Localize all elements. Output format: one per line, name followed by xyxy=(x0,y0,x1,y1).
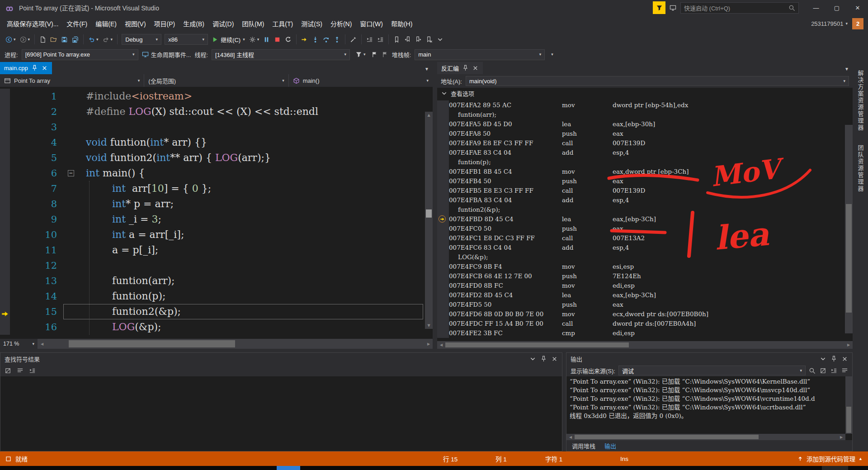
project-dropdown[interactable]: Point To array ▾ xyxy=(0,74,144,87)
side-tab-team-explorer[interactable]: 团队资源管理器 xyxy=(856,145,865,192)
scroll-left-icon[interactable]: ◀ xyxy=(437,341,445,349)
clear-all-icon[interactable] xyxy=(820,367,826,374)
menu-item-4[interactable]: 项目(P) xyxy=(150,16,179,31)
address-combobox[interactable]: main(void)▾ xyxy=(466,76,849,86)
document-list-dropdown-icon[interactable]: ▼ xyxy=(844,66,853,74)
glyph-margin[interactable] xyxy=(0,319,10,335)
menu-item-3[interactable]: 视图(V) xyxy=(121,16,150,31)
disasm-row-007E4FCB[interactable]: 007E4FCB 68 4E 12 7E 00push7E124Eh xyxy=(437,271,853,281)
add-to-source-control-button[interactable]: 添加到源代码管理 ▲ xyxy=(797,454,863,463)
collapse-icon[interactable]: − xyxy=(68,170,74,176)
disasm-row-007E4FC9[interactable]: 007E4FC9 8B F4movesi,esp xyxy=(437,262,853,271)
glyph-margin[interactable] xyxy=(0,289,10,304)
bottom-tab-output[interactable]: 输出 xyxy=(604,442,616,450)
redo-button[interactable]: ▾ xyxy=(101,35,115,44)
solution-configurations-combobox[interactable]: Debug▾ xyxy=(122,34,161,45)
account-menu[interactable]: 2531179501 ▾ xyxy=(811,20,848,27)
find-message-icon[interactable] xyxy=(809,367,816,374)
close-icon[interactable] xyxy=(472,65,479,71)
tab-disassembly[interactable]: 反汇编 xyxy=(437,62,483,74)
disasm-row-007E4FD0[interactable]: 007E4FD0 8B FCmovedi,esp xyxy=(437,281,853,290)
word-wrap-icon[interactable] xyxy=(830,367,837,374)
disasm-row-007E4FA8[interactable]: 007E4FA8 50pusheax xyxy=(437,129,853,138)
menu-item-12[interactable]: 帮助(H) xyxy=(387,16,416,31)
menu-item-10[interactable]: 分析(N) xyxy=(326,16,356,31)
disasm-row-007E4FA5[interactable]: 007E4FA5 8D 45 D0leaeax,[ebp-30h] xyxy=(437,119,853,129)
glyph-margin[interactable] xyxy=(0,273,10,289)
fold-margin[interactable] xyxy=(63,289,80,304)
restart-button[interactable] xyxy=(283,35,293,44)
minimize-button[interactable]: — xyxy=(806,0,826,15)
scrollbar-track[interactable] xyxy=(575,434,837,440)
scroll-left-icon[interactable]: ◀ xyxy=(566,434,575,440)
glyph-margin[interactable] xyxy=(0,242,10,258)
outdent-button[interactable] xyxy=(364,35,375,44)
maximize-button[interactable]: ▢ xyxy=(826,0,847,15)
menu-item-9[interactable]: 测试(S) xyxy=(297,16,326,31)
bookmark-next-button[interactable] xyxy=(413,35,424,44)
step-out-button[interactable] xyxy=(332,35,342,44)
code-editor[interactable]: 1#include<iostream>2#define LOG(X) std::… xyxy=(0,87,433,339)
feedback-button[interactable] xyxy=(653,1,665,14)
code-line-12[interactable]: 12 xyxy=(0,258,433,273)
code-line-15[interactable]: 15funtion2(&p); xyxy=(0,304,433,319)
undo-button[interactable]: ▾ xyxy=(86,35,100,44)
taskbar-active-app[interactable] xyxy=(277,466,300,470)
bottom-tab-callstack[interactable]: 调用堆栈 xyxy=(572,442,595,450)
fold-margin[interactable] xyxy=(63,304,80,319)
remote-connection-icon[interactable] xyxy=(670,5,676,11)
code-line-16[interactable]: 16LOG(&p); xyxy=(0,319,433,335)
code-line-2[interactable]: 2#define LOG(X) std::cout << (X) << std:… xyxy=(0,104,433,119)
fold-margin[interactable] xyxy=(63,227,80,242)
glyph-margin[interactable] xyxy=(0,150,10,166)
disassembly-listing[interactable]: 007E4FA2 89 55 ACmovdword ptr [ebp-54h],… xyxy=(437,99,853,341)
close-icon[interactable] xyxy=(841,356,848,362)
fold-margin[interactable] xyxy=(63,104,80,119)
code-line-4[interactable]: 4void funtion(int* arr) {} xyxy=(0,135,433,150)
glyph-margin[interactable] xyxy=(0,196,10,212)
chev-down-button[interactable] xyxy=(435,35,445,44)
step-over-button[interactable] xyxy=(321,35,331,44)
toolbar-overflow-icon[interactable]: ▾ xyxy=(551,52,553,57)
quick-launch-search[interactable]: 快速启动 (Ctrl+Q) xyxy=(680,2,799,14)
flag-just-my-code-icon[interactable] xyxy=(382,51,388,58)
disasm-row-007E4FD6[interactable]: 007E4FD6 8B 0D B0 B0 7E 00movecx,dword p… xyxy=(437,309,853,319)
scroll-right-icon[interactable]: ▶ xyxy=(844,341,853,349)
glyph-margin[interactable] xyxy=(0,212,10,227)
glyph-margin[interactable] xyxy=(0,227,10,242)
fold-margin[interactable] xyxy=(63,273,80,289)
results-list-icon[interactable] xyxy=(17,367,24,374)
menu-item-0[interactable]: 高级保存选项(V)... xyxy=(3,16,62,31)
menu-item-11[interactable]: 窗口(W) xyxy=(356,16,387,31)
output-vertical-scrollbar[interactable] xyxy=(845,376,852,434)
disasm-row-007E4FB4[interactable]: 007E4FB4 50pusheax xyxy=(437,176,853,186)
pin-icon[interactable] xyxy=(31,65,38,71)
editor-vertical-scrollbar[interactable]: ▲ ▼ xyxy=(425,112,433,329)
output-source-combobox[interactable]: 调试▾ xyxy=(618,366,806,375)
gear-button[interactable]: ▾ xyxy=(247,35,261,44)
group-results-icon[interactable] xyxy=(29,367,36,374)
solution-platforms-combobox[interactable]: x86▾ xyxy=(165,34,208,45)
disasm-source-line[interactable]: funtion2(&p); xyxy=(437,205,853,214)
pin-icon[interactable] xyxy=(462,65,469,71)
menu-item-8[interactable]: 工具(T) xyxy=(268,16,297,31)
nav-back-button[interactable]: ▾ xyxy=(4,35,18,44)
scrollbar-thumb[interactable] xyxy=(846,204,852,313)
step-into-button[interactable] xyxy=(310,35,321,44)
fold-margin[interactable] xyxy=(63,242,80,258)
continue-button[interactable]: 继续(C)▾ xyxy=(210,34,247,45)
code-line-3[interactable]: 3 xyxy=(0,119,433,135)
bookmark-prev-button[interactable] xyxy=(402,35,413,44)
disasm-row-007E4FB5[interactable]: 007E4FB5 E8 E3 C3 FF FFcall007E139D xyxy=(437,186,853,195)
disasm-source-line[interactable]: funtion(arr); xyxy=(437,110,853,119)
menu-item-1[interactable]: 文件(F) xyxy=(62,16,91,31)
save-all-button[interactable] xyxy=(70,35,80,44)
disasm-row-007E4FA9[interactable]: 007E4FA9 E8 EF C3 FF FFcall007E139D xyxy=(437,138,853,148)
disasm-row-007E4FDC[interactable]: 007E4FDC FF 15 A4 B0 7E 00calldword ptr … xyxy=(437,319,853,328)
tab-main-cpp[interactable]: main.cpp xyxy=(0,62,52,74)
nav-forward-button[interactable]: ▾ xyxy=(18,35,32,44)
fold-margin[interactable] xyxy=(63,258,80,273)
scrollbar-thumb[interactable] xyxy=(445,342,629,347)
wand-button[interactable] xyxy=(348,35,359,44)
member-dropdown[interactable]: main() ▾ xyxy=(289,74,433,87)
